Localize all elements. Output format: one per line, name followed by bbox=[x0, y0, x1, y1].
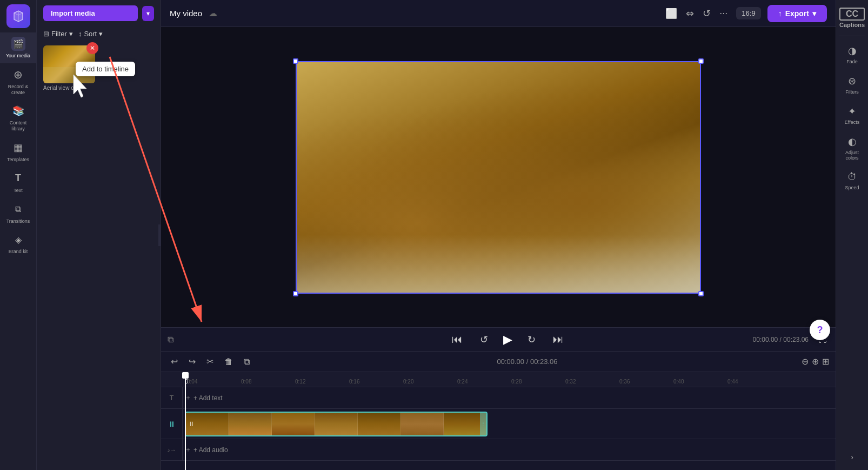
main-content: My video ☁ ⬜ ⇔ ↺ ··· 16:9 ↑ Export ▾ bbox=[161, 0, 836, 470]
ruler-mark-8: 0:08 bbox=[241, 379, 295, 385]
list-item[interactable]: ✕ Add to timeline Aerial view of ... bbox=[43, 45, 95, 91]
right-panel-collapse[interactable]: › bbox=[836, 448, 868, 466]
redo-button[interactable]: ↪ bbox=[185, 354, 199, 369]
clip-end-handle[interactable]: ⋮ bbox=[480, 413, 486, 435]
crop-button[interactable]: ⬜ bbox=[663, 5, 679, 22]
ruler-mark-40: 0:40 bbox=[673, 379, 727, 385]
zoom-controls: ⊖ ⊕ ⊞ bbox=[802, 356, 829, 367]
playhead[interactable] bbox=[185, 372, 186, 470]
pip-icon[interactable]: ⧉ bbox=[161, 335, 180, 345]
transitions-icon: ⧉ bbox=[11, 202, 25, 216]
audio-track-row: ♪→ ＋ + Add audio bbox=[161, 439, 836, 461]
sidebar-item-record-create[interactable]: ⊕ Record &create bbox=[0, 63, 36, 100]
export-chevron-icon: ▾ bbox=[812, 9, 816, 18]
fit-zoom-button[interactable]: ⊞ bbox=[822, 356, 829, 367]
playhead-head bbox=[182, 372, 189, 379]
ruler-mark-20: 0:20 bbox=[403, 379, 457, 385]
text-track-icon: T bbox=[170, 394, 174, 402]
current-time: 00:00.00 bbox=[753, 336, 778, 343]
zoom-out-button[interactable]: ⊖ bbox=[802, 356, 809, 367]
sidebar: 🎬 Your media ⊕ Record &create 📚 Contentl… bbox=[0, 0, 37, 470]
time-display: 00:00.00 / 00:23.06 bbox=[753, 336, 809, 343]
audio-track-icon: ♪→ bbox=[167, 447, 176, 453]
resize-handle-tl[interactable] bbox=[293, 58, 298, 64]
flip-button[interactable]: ⇔ bbox=[684, 5, 696, 22]
clip-segment-5 bbox=[358, 413, 400, 435]
undo-button[interactable]: ↩ bbox=[168, 354, 181, 369]
filter-button[interactable]: ⊟ Filter ▾ bbox=[43, 30, 73, 38]
video-preview bbox=[296, 61, 701, 294]
resize-handle-bl[interactable] bbox=[293, 291, 298, 296]
forward5-button[interactable]: ↻ bbox=[525, 332, 538, 348]
add-audio-button[interactable]: ＋ + Add audio bbox=[185, 445, 228, 454]
captions-label: CC Captions bbox=[838, 4, 866, 31]
cloud-save-icon: ☁ bbox=[209, 8, 217, 18]
rewind-button[interactable]: ⏮ bbox=[450, 331, 465, 348]
right-panel-adjust-colors[interactable]: ◐ Adjustcolors bbox=[836, 131, 868, 165]
sidebar-item-label-brand-kit: Brand kit bbox=[9, 249, 28, 255]
aspect-ratio-badge: 16:9 bbox=[736, 7, 760, 19]
media-grid: ✕ Add to timeline Aerial view of ... bbox=[37, 41, 161, 95]
text-track-content: ＋ + Add text bbox=[183, 387, 836, 408]
video-track-label: ⏸ bbox=[161, 409, 183, 439]
project-name[interactable]: My video bbox=[170, 9, 202, 18]
ruler-mark-28: 0:28 bbox=[511, 379, 565, 385]
right-panel-speed[interactable]: ⏱ Speed bbox=[836, 167, 868, 195]
right-panel-filters[interactable]: ⊛ Filters bbox=[836, 71, 868, 99]
more-options-button[interactable]: ··· bbox=[717, 5, 730, 21]
video-track-content[interactable]: ⏸ ⋮ bbox=[183, 409, 836, 439]
right-panel-fade[interactable]: ◑ Fade bbox=[836, 41, 868, 69]
ruler-mark-32: 0:32 bbox=[565, 379, 619, 385]
import-media-arrow-button[interactable]: ▾ bbox=[142, 6, 154, 21]
play-button[interactable]: ▶ bbox=[503, 333, 512, 347]
ruler-mark-12: 0:12 bbox=[295, 379, 349, 385]
forward-end-button[interactable]: ⏭ bbox=[551, 331, 566, 348]
export-button[interactable]: ↑ Export ▾ bbox=[767, 5, 827, 22]
rotate-button[interactable]: ↺ bbox=[700, 5, 713, 22]
your-media-icon: 🎬 bbox=[11, 37, 25, 51]
help-button[interactable]: ? bbox=[810, 320, 830, 340]
video-track-pause-icon: ⏸ bbox=[168, 420, 176, 428]
sort-button[interactable]: ↕ Sort ▾ bbox=[78, 30, 103, 38]
app-logo[interactable] bbox=[6, 4, 30, 28]
resize-handle-tr[interactable] bbox=[698, 58, 704, 64]
effects-label: Effects bbox=[845, 120, 859, 125]
sidebar-item-brand-kit[interactable]: ◈ Brand kit bbox=[0, 228, 36, 259]
export-icon: ↑ bbox=[778, 9, 782, 18]
cut-button[interactable]: ✂ bbox=[203, 354, 217, 369]
sort-chevron-icon: ▾ bbox=[99, 30, 103, 38]
delete-media-button[interactable]: ✕ bbox=[86, 42, 98, 54]
right-panel-effects[interactable]: ✦ Effects bbox=[836, 101, 868, 129]
sort-label: Sort bbox=[84, 30, 97, 38]
media-panel: Import media ▾ ⊟ Filter ▾ ↕ Sort ▾ ✕ Add… bbox=[37, 0, 161, 470]
filter-label: Filter bbox=[51, 30, 67, 38]
add-audio-label: + Add audio bbox=[193, 446, 228, 454]
clip-pause-indicator: ⏸ bbox=[188, 420, 195, 428]
sidebar-item-templates[interactable]: ▦ Templates bbox=[0, 136, 36, 167]
audio-track-content: ＋ + Add audio bbox=[183, 439, 836, 460]
sidebar-item-content-library[interactable]: 📚 Contentlibrary bbox=[0, 100, 36, 136]
delete-button[interactable]: 🗑 bbox=[221, 355, 236, 369]
zoom-in-button[interactable]: ⊕ bbox=[812, 356, 819, 367]
add-to-timeline-tooltip: Add to timeline bbox=[76, 62, 135, 76]
effects-icon: ✦ bbox=[848, 105, 856, 117]
video-track-row: ⏸ ⏸ ⋮ bbox=[161, 409, 836, 439]
sidebar-item-text[interactable]: T Text bbox=[0, 167, 36, 198]
back5-button[interactable]: ↺ bbox=[478, 332, 490, 348]
sidebar-item-your-media[interactable]: 🎬 Your media bbox=[0, 32, 36, 63]
resize-handle-br[interactable] bbox=[698, 291, 704, 296]
sidebar-item-transitions[interactable]: ⧉ Transitions bbox=[0, 198, 36, 229]
captions-icon: CC bbox=[839, 8, 865, 21]
add-text-label: + Add text bbox=[193, 394, 223, 402]
timeline-section: ↩ ↪ ✂ 🗑 ⧉ 00:00.00 / 00:23.06 ⊖ ⊕ ⊞ 0 0:… bbox=[161, 351, 836, 470]
add-text-button[interactable]: ＋ + Add text bbox=[185, 393, 223, 402]
video-clip[interactable]: ⏸ ⋮ bbox=[185, 412, 488, 436]
sidebar-item-label-record-create: Record &create bbox=[8, 84, 29, 96]
timeline-content: 0 0:04 0:08 0:12 0:16 0:20 0:24 0:28 0:3… bbox=[161, 372, 836, 470]
import-media-button[interactable]: Import media bbox=[43, 5, 138, 21]
sidebar-item-label-your-media: Your media bbox=[6, 53, 30, 59]
preview-bottom-bar: ⧉ ⏮ ↺ ▶ ↻ ⏭ 00:00.00 / 00:23.06 ⛶ bbox=[161, 327, 836, 351]
duplicate-button[interactable]: ⧉ bbox=[241, 355, 253, 369]
sort-icon: ↕ bbox=[78, 30, 82, 38]
timeline-ruler: 0 0:04 0:08 0:12 0:16 0:20 0:24 0:28 0:3… bbox=[161, 372, 836, 387]
